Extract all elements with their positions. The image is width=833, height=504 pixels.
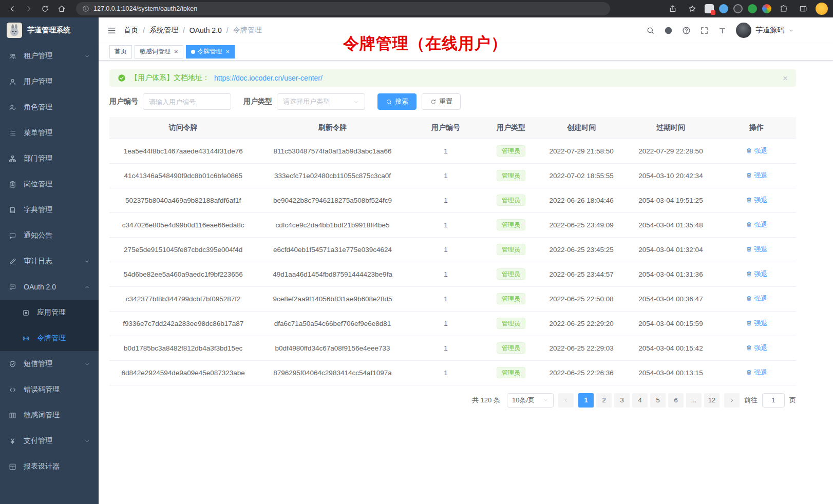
reload-button[interactable] — [38, 2, 52, 15]
fullscreen-icon[interactable] — [700, 26, 709, 35]
page-button-5[interactable]: 5 — [650, 393, 666, 408]
force-logout-button[interactable]: 强退 — [746, 171, 768, 180]
force-logout-button[interactable]: 强退 — [746, 245, 768, 254]
trash-icon — [746, 295, 752, 302]
sidebar-item-oauth2[interactable]: OAuth 2.0 — [0, 274, 99, 300]
search-button[interactable]: 搜索 — [377, 93, 416, 110]
question-icon[interactable] — [682, 26, 691, 35]
force-logout-button[interactable]: 强退 — [746, 294, 768, 303]
access-token-cell: f9336e7c7dd242a283ee98dc86b17a87 — [109, 311, 257, 336]
refresh-token-cell: 49d1aa46d1454fbd87591444423be9fa — [257, 262, 408, 286]
github-icon[interactable] — [664, 26, 673, 35]
access-token-cell: 41c41346a548490f9dc8b01c6bfe0865 — [109, 163, 257, 188]
close-alert-icon[interactable]: × — [783, 74, 788, 83]
created-time-cell: 2022-06-25 22:50:08 — [539, 286, 624, 311]
breadcrumb-item[interactable]: 首页 — [124, 26, 138, 35]
sidebar-item-tenant[interactable]: 租户管理 — [0, 43, 99, 69]
doc-link[interactable]: https://doc.iocoder.cn/user-center/ — [214, 74, 323, 82]
user-id-cell: 1 — [408, 336, 484, 360]
user-name: 芋道源码 — [755, 26, 784, 35]
address-bar[interactable]: 127.0.0.1:1024/system/oauth2/token — [76, 2, 610, 15]
sidebar-item-oauth2-token[interactable]: 令牌管理 — [0, 325, 99, 351]
force-logout-button[interactable]: 强退 — [746, 343, 768, 353]
sidebar-item-dept[interactable]: 部门管理 — [0, 146, 99, 171]
extension-icon[interactable] — [748, 4, 757, 13]
user-type-cell: 管理员 — [484, 237, 539, 262]
page-button-12[interactable]: 12 — [704, 393, 720, 408]
page-button-4[interactable]: 4 — [632, 393, 648, 408]
sidebar-item-report[interactable]: 报表设计器 — [0, 454, 99, 479]
forward-button[interactable] — [22, 2, 36, 15]
browser-actions — [666, 2, 828, 15]
back-button[interactable] — [5, 2, 20, 15]
hamburger-icon[interactable] — [107, 26, 117, 35]
close-tab-icon[interactable]: × — [226, 48, 230, 55]
page-button-2[interactable]: 2 — [596, 393, 612, 408]
share-button[interactable] — [666, 2, 680, 15]
extension-icon[interactable] — [733, 4, 743, 13]
sidebar-item-sensitive[interactable]: 敏感词管理 — [0, 402, 99, 428]
table-row: f9336e7c7dd242a283ee98dc86b17a87dfa6c71a… — [109, 311, 796, 336]
tab-令牌管理[interactable]: 令牌管理× — [186, 45, 235, 59]
breadcrumb-item[interactable]: OAuth 2.0 — [190, 26, 222, 34]
force-logout-button[interactable]: 强退 — [746, 146, 768, 156]
extension-icon[interactable] — [719, 4, 728, 13]
search-icon[interactable] — [646, 26, 655, 35]
action-cell: 强退 — [717, 286, 796, 311]
sidebar-item-sms[interactable]: 短信管理 — [0, 351, 99, 377]
sidebar-item-user[interactable]: 用户管理 — [0, 69, 99, 94]
next-page-button[interactable] — [724, 393, 740, 408]
user-type-badge: 管理员 — [497, 318, 525, 329]
page-button-6[interactable]: 6 — [668, 393, 684, 408]
page-button-3[interactable]: 3 — [614, 393, 630, 408]
reset-button[interactable]: 重置 — [422, 93, 461, 110]
sidebar-item-pay[interactable]: 支付管理 — [0, 428, 99, 454]
profile-avatar[interactable] — [816, 3, 828, 15]
column-header: 用户编号 — [408, 117, 484, 139]
sidebar-item-dict[interactable]: 字典管理 — [0, 197, 99, 223]
sidebar-item-notice[interactable]: 通知公告 — [0, 223, 99, 248]
page-size-select[interactable]: 10条/页 — [507, 393, 554, 408]
sidebar-item-audit[interactable]: 审计日志 — [0, 248, 99, 274]
tab-敏感词管理[interactable]: 敏感词管理× — [135, 45, 183, 59]
trash-icon — [746, 172, 752, 179]
force-logout-button[interactable]: 强退 — [746, 269, 768, 279]
user-menu[interactable]: 芋道源码 — [736, 23, 794, 38]
sidebar-item-menu[interactable]: 菜单管理 — [0, 120, 99, 146]
force-logout-button[interactable]: 强退 — [746, 196, 768, 205]
force-logout-button[interactable]: 强退 — [746, 368, 768, 377]
shield-icon — [9, 360, 16, 368]
home-button[interactable] — [54, 2, 69, 15]
star-icon — [688, 5, 696, 13]
sidebar-item-post[interactable]: 岗位管理 — [0, 171, 99, 197]
side-panel-icon[interactable] — [796, 2, 810, 15]
column-header: 操作 — [717, 117, 796, 139]
main-panel: 首页/系统管理/OAuth 2.0/令牌管理 芋道源码 首页敏感词管理×令牌管理… — [99, 17, 833, 504]
close-tab-icon[interactable]: × — [174, 48, 178, 55]
extensions-puzzle-icon[interactable] — [777, 2, 791, 15]
app-logo[interactable]: 芋道管理系统 — [0, 17, 99, 43]
navbar-actions: 芋道源码 — [646, 23, 794, 38]
force-logout-button[interactable]: 强退 — [746, 220, 768, 229]
sidebar-item-role[interactable]: 角色管理 — [0, 94, 99, 120]
user-type-select[interactable]: 请选择用户类型 — [277, 93, 365, 110]
action-cell: 强退 — [717, 188, 796, 212]
user-id-cell: 1 — [408, 286, 484, 311]
expire-time-cell: 2054-03-04 00:15:42 — [624, 336, 717, 360]
breadcrumb-item[interactable]: 系统管理 — [149, 26, 178, 35]
user-id-input[interactable] — [143, 93, 231, 110]
font-size-icon[interactable] — [718, 26, 727, 35]
chevron-right-icon — [729, 397, 735, 403]
page-button-1[interactable]: 1 — [578, 393, 594, 408]
prev-page-button[interactable] — [558, 393, 574, 408]
bookmark-star-icon[interactable] — [685, 2, 699, 15]
force-logout-button[interactable]: 强退 — [746, 319, 768, 328]
sidebar-item-oauth2-app[interactable]: 应用管理 — [0, 300, 99, 325]
sidebar-item-errcode[interactable]: 错误码管理 — [0, 377, 99, 402]
goto-page-input[interactable] — [762, 393, 785, 408]
tab-首页[interactable]: 首页 — [109, 45, 132, 59]
extension-icon[interactable] — [762, 4, 771, 13]
column-header: 访问令牌 — [109, 117, 257, 139]
extension-icon[interactable] — [705, 4, 714, 13]
pager-ellipsis[interactable]: ... — [686, 393, 702, 408]
